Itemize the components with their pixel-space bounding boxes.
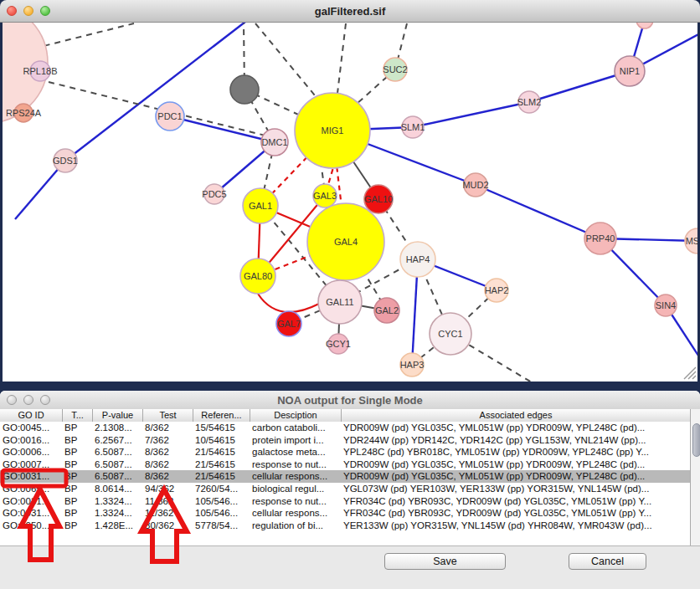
edge-blue[interactable] — [65, 22, 245, 161]
table-row[interactable]: GO:0016...BP6.2567...7/36210/54615protei… — [0, 434, 690, 447]
cell-test: 80/362 — [142, 520, 193, 532]
cell-go-id: GO:0016... — [0, 434, 62, 447]
table-row[interactable]: GO:0031...BP1.3324...11/362105/546...res… — [0, 495, 690, 508]
node-slm1[interactable]: SLM1 — [401, 116, 425, 138]
vertical-scrollbar[interactable] — [690, 409, 700, 545]
close-button[interactable] — [7, 6, 17, 16]
cell-p-value: 2.1308... — [92, 422, 142, 434]
cell-p-value: 1.3324... — [92, 495, 142, 508]
node-label: MSL1 — [686, 236, 697, 246]
close-button[interactable] — [7, 395, 17, 405]
node-gray-node[interactable] — [230, 75, 259, 104]
node-label: GAL10 — [364, 194, 393, 204]
cell-description: response to nut... — [250, 458, 341, 471]
edge-blue[interactable] — [476, 185, 600, 238]
save-button[interactable]: Save — [384, 553, 506, 570]
node-prp40[interactable]: PRP40 — [584, 223, 616, 254]
cell-go-id: GO:0031... — [0, 495, 62, 508]
node-mud2[interactable]: MUD2 — [462, 173, 488, 197]
node-sin4[interactable]: SIN4 — [655, 294, 677, 316]
table-row[interactable]: GO:0007...BP6.5087...8/36221/54615respon… — [0, 458, 690, 471]
table-row[interactable]: GO:0050...BP1.428E...80/3625778/54...reg… — [0, 520, 690, 532]
node-label: GAL2 — [375, 305, 399, 315]
cell-reference: 21/54615 — [193, 446, 250, 458]
edge-dash[interactable] — [337, 23, 346, 100]
edge-blue[interactable] — [170, 116, 275, 142]
zoom-button[interactable] — [40, 395, 50, 405]
node-gal1[interactable]: GAL1 — [243, 188, 278, 223]
network-window-titlebar[interactable]: galFiltered.sif — [0, 0, 700, 23]
edge-dash[interactable] — [255, 23, 322, 105]
node-msl1[interactable]: MSL1 — [685, 228, 697, 254]
table-row[interactable]: GO:0045...BP2.1308...8/36215/54615carbon… — [0, 422, 690, 434]
node-gcy1[interactable]: GCY1 — [326, 334, 351, 354]
node-label: HAP4 — [406, 254, 430, 264]
button-bar: Save Cancel — [0, 545, 700, 589]
node-dmc1[interactable]: DMC1 — [261, 129, 288, 156]
node-top-right[interactable] — [636, 22, 653, 28]
column-header-p-value[interactable]: P-value — [92, 409, 142, 422]
node-hap4[interactable]: HAP4 — [400, 242, 435, 277]
network-canvas[interactable]: RPL18BRPS24AGDS1PDC1PDC5DMC1MIG1SUC2SLM1… — [3, 22, 697, 382]
node-label: GAL1 — [249, 201, 272, 211]
cell-associated-edges: YDR009W (pd) YGL035C, YML051W (pp) YDR00… — [341, 470, 690, 483]
noa-window: NOA output for Single Mode GO IDT...P-va… — [0, 391, 700, 589]
node-pdc1[interactable]: PDC1 — [156, 102, 184, 131]
cell-test: 7/362 — [142, 434, 193, 447]
node-label: PDC5 — [202, 189, 226, 199]
node-mig1[interactable]: MIG1 — [295, 93, 370, 168]
zoom-button[interactable] — [40, 6, 50, 16]
table-row[interactable]: GO:0031...BP1.3324...11/362105/546...cel… — [0, 507, 690, 520]
cell-test: 8/362 — [142, 470, 193, 483]
minimize-button[interactable] — [23, 6, 33, 16]
cell-description: galactose meta... — [250, 446, 341, 458]
cell-go-id: GO:0031... — [0, 507, 62, 520]
node-nip1[interactable]: NIP1 — [615, 56, 645, 86]
node-gal11[interactable]: GAL11 — [318, 280, 362, 324]
node-gal3[interactable]: GAL3 — [313, 184, 337, 207]
node-gal10[interactable]: GAL10 — [364, 185, 393, 213]
node-gal7[interactable]: GAL7 — [276, 311, 301, 336]
cell-description: cellular respons... — [250, 470, 341, 483]
node-suc2[interactable]: SUC2 — [383, 58, 407, 81]
column-header-reference[interactable]: Referen... — [193, 409, 250, 422]
cell-type: BP — [62, 422, 92, 434]
column-header-test[interactable]: Test — [142, 409, 193, 422]
cell-reference: 21/54615 — [193, 470, 250, 483]
column-header-type[interactable]: T... — [62, 409, 92, 422]
table-row[interactable]: GO:0065...BP8.0614...94/3627260/54...bio… — [0, 483, 690, 495]
node-gal2[interactable]: GAL2 — [374, 298, 399, 323]
edge-blue[interactable] — [413, 102, 529, 127]
edge-red[interactable] — [258, 294, 319, 312]
node-gds1[interactable]: GDS1 — [53, 149, 78, 172]
cancel-button[interactable]: Cancel — [569, 553, 646, 570]
noa-window-titlebar[interactable]: NOA output for Single Mode — [0, 391, 700, 410]
node-label: SIN4 — [656, 300, 676, 310]
network-window: RPL18BRPS24AGDS1PDC1PDC5DMC1MIG1SUC2SLM1… — [0, 0, 700, 385]
column-header-associated-edges[interactable]: Associated edges — [341, 409, 690, 422]
node-hap2[interactable]: HAP2 — [485, 279, 509, 302]
table-row[interactable]: GO:0031...BP6.5087...8/36221/54615cellul… — [0, 470, 690, 483]
edge-blue[interactable] — [529, 71, 630, 102]
node-hap3[interactable]: HAP3 — [400, 353, 425, 376]
node-label: RPS24A — [6, 108, 42, 118]
column-header-go-id[interactable]: GO ID — [0, 409, 62, 422]
node-label: SLM1 — [401, 122, 425, 132]
node-cyc1[interactable]: CYC1 — [430, 313, 471, 355]
node-gal80[interactable]: GAL80 — [240, 259, 275, 294]
minimize-button[interactable] — [23, 395, 33, 405]
column-header-description[interactable]: Desciption — [250, 409, 341, 422]
table-row[interactable]: GO:0006...BP6.5087...8/36221/54615galact… — [0, 446, 690, 458]
cell-test: 11/362 — [142, 495, 193, 508]
scrollbar-thumb[interactable] — [692, 423, 700, 457]
resize-grip-icon[interactable] — [681, 365, 697, 380]
cell-associated-edges: YFR034C (pd) YBR093C, YDR009W (pd) YGL03… — [341, 495, 690, 508]
node-slm2[interactable]: SLM2 — [517, 91, 542, 113]
cell-reference: 105/546... — [193, 495, 250, 508]
cell-type: BP — [62, 520, 92, 532]
edge-dash[interactable] — [33, 23, 134, 49]
cell-associated-edges: YER133W (pp) YOR315W, YNL145W (pd) YHR08… — [341, 520, 690, 532]
cell-reference: 21/54615 — [193, 458, 250, 471]
cell-type: BP — [62, 446, 92, 458]
node-gal4[interactable]: GAL4 — [307, 203, 384, 280]
